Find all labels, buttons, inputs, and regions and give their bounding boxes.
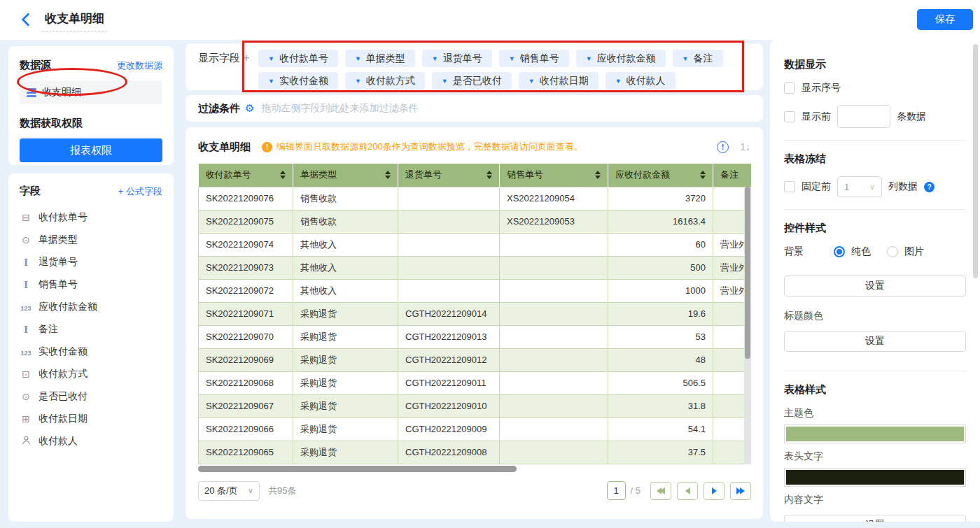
field-item[interactable]: ⊞收付款日期 <box>20 408 162 430</box>
table-cell: 采购退货 <box>293 302 398 325</box>
chip-label: 单据类型 <box>366 52 405 65</box>
show-first-checkbox[interactable] <box>784 111 795 122</box>
sort-order-icon[interactable]: 1↓ <box>740 141 750 152</box>
field-item-label: 收付款人 <box>38 435 78 448</box>
info-icon[interactable]: ! <box>717 141 729 153</box>
last-page-button[interactable] <box>730 482 751 500</box>
display-field-chip[interactable]: ▼备注 <box>673 50 723 67</box>
theme-color-swatch[interactable] <box>784 424 966 443</box>
display-field-chip[interactable]: ▼销售单号 <box>499 50 569 67</box>
solid-color-radio[interactable] <box>834 246 845 257</box>
chevron-down-icon: ▼ <box>432 55 438 62</box>
filter-card: 过滤条件 ⚙ 拖动左侧字段到此处来添加过滤条件 <box>186 95 763 122</box>
column-header[interactable]: 备注 <box>713 164 752 187</box>
help-icon[interactable]: ? <box>924 182 934 192</box>
table-cell: 31.8 <box>608 394 713 418</box>
table-row: SK20221209076销售收款XS202212090543720 <box>199 187 752 210</box>
freeze-checkbox[interactable] <box>784 181 795 192</box>
content-text-set-button[interactable]: 设置 <box>784 515 966 522</box>
column-header[interactable]: 应收付款金额 <box>608 164 713 187</box>
first-page-button[interactable] <box>650 482 671 500</box>
back-icon[interactable] <box>20 13 32 27</box>
field-item[interactable]: ⊟收付款单号 <box>20 206 162 229</box>
table-cell: 采购退货 <box>293 394 398 418</box>
show-index-checkbox[interactable] <box>784 83 795 94</box>
table-cell <box>398 256 500 279</box>
sort-icon[interactable] <box>700 171 706 179</box>
table-row: SK20221209072其他收入1000营业外收入 <box>199 279 752 302</box>
panel-scrollbar[interactable] <box>973 44 978 278</box>
table-cell: CGTH20221209010 <box>398 394 500 418</box>
display-field-chip[interactable]: ▼是否已收付 <box>432 72 512 90</box>
display-field-chip[interactable]: ▼退货单号 <box>422 50 492 67</box>
table-row: SK20221209065采购退货CGTH2022120900837.5 <box>199 441 752 464</box>
field-item[interactable]: I备注 <box>20 318 162 341</box>
next-page-button[interactable] <box>704 482 724 500</box>
vertical-scrollbar[interactable] <box>744 187 751 464</box>
table-cell: SK20221209073 <box>199 256 293 279</box>
column-header[interactable]: 销售单号 <box>500 164 608 187</box>
gear-icon[interactable]: ⚙ <box>245 102 254 115</box>
freeze-count-select[interactable]: 1 ∨ <box>837 176 882 197</box>
chevron-down-icon: ▼ <box>509 55 515 62</box>
field-item[interactable]: 123实收付金额 <box>20 341 162 363</box>
add-display-field-button[interactable]: + <box>243 52 249 64</box>
page-number-input[interactable]: 1 <box>607 481 626 500</box>
field-item[interactable]: I退货单号 <box>20 251 162 273</box>
background-label: 背景 <box>784 245 827 258</box>
field-item-label: 实收付金额 <box>38 345 88 358</box>
table-cell: 采购退货 <box>293 325 398 348</box>
change-datasource-link[interactable]: 更改数据源 <box>117 59 162 72</box>
header-text-color-swatch[interactable] <box>784 468 966 487</box>
field-item[interactable]: I销售单号 <box>20 273 162 296</box>
sort-icon[interactable] <box>385 171 391 179</box>
chip-label: 退货单号 <box>443 52 482 65</box>
table-cell: CGTH20221209008 <box>398 441 500 464</box>
field-item[interactable]: 123应收付款金额 <box>20 296 162 318</box>
field-item[interactable]: ⊙是否已收付 <box>20 385 162 408</box>
chevron-down-icon: ▼ <box>355 55 361 62</box>
table-cell <box>500 279 608 302</box>
column-header[interactable]: 单据类型 <box>293 164 398 187</box>
display-field-chip[interactable]: ▼收付款方式 <box>345 72 425 90</box>
add-formula-field-link[interactable]: + 公式字段 <box>118 185 162 198</box>
image-radio[interactable] <box>887 246 898 257</box>
display-field-chip[interactable]: ▼收付款单号 <box>258 50 338 67</box>
table-cell: SK20221209075 <box>199 210 293 233</box>
date-field-icon: ⊞ <box>20 413 32 424</box>
field-item-label: 备注 <box>38 323 58 336</box>
display-field-chip[interactable]: ▼实收付金额 <box>258 72 338 90</box>
fields-card: 字段 + 公式字段 ⊟收付款单号⊙单据类型I退货单号I销售单号123应收付款金额… <box>8 173 174 522</box>
table-cell <box>398 187 500 210</box>
display-fields-card: 显示字段 + ▼收付款单号▼单据类型▼退货单号▼销售单号▼应收付款金额▼备注▼实… <box>186 43 763 90</box>
background-set-button[interactable]: 设置 <box>784 276 966 297</box>
page-size-select[interactable]: 20 条/页 ∨ <box>198 481 260 501</box>
sort-icon[interactable] <box>595 171 601 179</box>
field-item[interactable]: ⊡收付款方式 <box>20 363 162 385</box>
sort-icon[interactable] <box>486 171 492 179</box>
title-color-set-button[interactable]: 设置 <box>784 331 966 352</box>
column-header[interactable]: 收付款单号 <box>199 164 293 187</box>
display-field-chip[interactable]: ▼收付款人 <box>606 72 676 90</box>
save-button[interactable]: 保存 <box>917 9 973 30</box>
display-field-chip[interactable]: ▼单据类型 <box>345 50 415 67</box>
warning-icon: ! <box>262 142 272 152</box>
freeze-suffix-label: 列数据 <box>888 180 918 193</box>
table-row: SK20221209074其他收入60营业外收入 <box>199 233 752 256</box>
sort-icon[interactable] <box>280 171 286 179</box>
table-cell <box>500 418 608 441</box>
number-field-icon: 123 <box>20 301 32 313</box>
chip-label: 应收付款金额 <box>597 52 656 65</box>
display-field-chip[interactable]: ▼应收付款金额 <box>576 50 666 67</box>
report-permission-button[interactable]: 报表权限 <box>20 138 162 162</box>
row-limit-input[interactable] <box>837 105 890 128</box>
field-item[interactable]: ⊙单据类型 <box>20 229 162 251</box>
prev-page-button[interactable] <box>677 482 698 500</box>
top-bar: 收支单明细 保存 <box>0 0 980 40</box>
datasource-item[interactable]: 收支明细 <box>20 80 162 104</box>
display-field-chip[interactable]: ▼收付款日期 <box>519 72 598 90</box>
column-header[interactable]: 退货单号 <box>398 164 500 187</box>
horizontal-scrollbar[interactable] <box>198 466 751 473</box>
field-item-label: 收付款方式 <box>38 368 88 380</box>
field-item[interactable]: 收付款人 <box>20 430 162 452</box>
